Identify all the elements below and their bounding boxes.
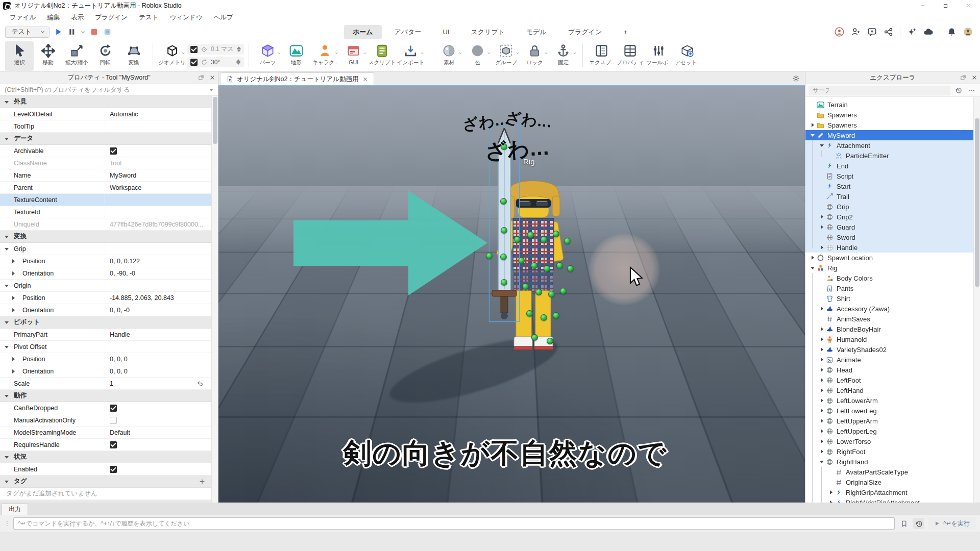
tree-item-Pants[interactable]: Pants (805, 283, 980, 293)
tree-item-Accessory-Zawa-[interactable]: Accessory (Zawa) (805, 304, 980, 314)
tool-material-button[interactable]: 素材 (435, 41, 463, 71)
tree-item-Grip2[interactable]: Grip2 (805, 212, 980, 222)
tree-item-Animate[interactable]: Animate (805, 355, 980, 365)
property-row[interactable]: RequiresHandle (0, 439, 218, 451)
pause-menu-caret-icon[interactable] (81, 30, 85, 34)
checkbox[interactable] (110, 405, 117, 412)
menu-item[interactable]: プラグイン (89, 12, 133, 23)
close-icon[interactable] (207, 73, 218, 82)
tree-item-Spawners[interactable]: Spawners (805, 110, 980, 120)
property-row[interactable]: LevelOfDetailAutomatic (0, 108, 218, 120)
tree-item-LeftUpperArm[interactable]: LeftUpperArm (805, 416, 980, 426)
stop-button[interactable] (90, 28, 99, 36)
close-button[interactable] (957, 0, 980, 11)
property-value[interactable] (105, 120, 218, 132)
expand-arrow-icon[interactable] (819, 419, 825, 423)
tree-item-LeftUpperLeg[interactable]: LeftUpperLeg (805, 426, 980, 436)
tree-item-RightFoot[interactable]: RightFoot (805, 446, 980, 457)
collapse-arrow-icon[interactable] (819, 461, 825, 463)
property-row[interactable]: Scale1 (0, 378, 218, 390)
reset-icon[interactable] (196, 380, 204, 387)
tree-item-Head[interactable]: Head (805, 365, 980, 375)
collapse-arrow-icon[interactable] (810, 267, 816, 269)
add-tag-icon[interactable] (199, 478, 206, 485)
3d-viewport[interactable]: ざわ...ざわ...ざわ... Rig 剣の向きが不自然なので (218, 85, 805, 503)
ribbon-tab[interactable]: UI (434, 26, 458, 38)
ribbon-tab[interactable]: ホーム (344, 25, 382, 39)
tree-item-MySword[interactable]: MySword (805, 130, 980, 140)
rotate-snap-row[interactable]: 30° (187, 57, 244, 67)
tool-gui-button[interactable]: GUI (339, 41, 368, 71)
expand-arrow-icon[interactable] (819, 358, 825, 362)
properties-scrollbar[interactable] (211, 96, 218, 503)
tree-item-Humanoid[interactable]: Humanoid (805, 334, 980, 344)
tool-lock-button[interactable]: ロック (521, 41, 549, 71)
tree-item-AnimSaves[interactable]: AnimSaves (805, 314, 980, 324)
tree-item-SpawnLocation[interactable]: SpawnLocation (805, 253, 980, 263)
property-row[interactable]: ManualActivationOnly (0, 414, 218, 427)
menu-item[interactable]: 編集 (41, 12, 65, 23)
expand-arrow-icon[interactable] (819, 337, 825, 341)
expand-arrow-icon[interactable] (810, 123, 816, 127)
sparkle-icon[interactable] (907, 27, 917, 37)
property-value[interactable] (105, 206, 218, 218)
property-row[interactable]: Position-14.885, 2.063, 20.843 (0, 292, 218, 304)
tool-propsicon-button[interactable]: プロパティ (616, 41, 645, 71)
scrollbar-thumb[interactable] (975, 118, 979, 287)
property-row[interactable]: TextureContent (0, 194, 218, 206)
expand-arrow-icon[interactable] (819, 347, 825, 352)
property-row[interactable]: Enabled (0, 463, 218, 475)
ribbon-tab[interactable]: + (615, 26, 636, 38)
tree-item-VarietyShades02[interactable]: VarietyShades02 (805, 344, 980, 355)
move-snap-row[interactable]: 0.1 マス (187, 44, 244, 55)
record-icon[interactable] (835, 27, 844, 37)
tree-item-OriginalSize[interactable]: OriginalSize (805, 477, 980, 487)
checkbox[interactable] (190, 46, 198, 53)
property-value[interactable] (105, 194, 218, 206)
properties-filter-input[interactable]: (Ctrl+Shift+P) のプロパティをフィルタする (0, 84, 218, 96)
cloud-icon[interactable] (923, 27, 933, 37)
expand-arrow-icon[interactable] (819, 307, 825, 311)
close-icon[interactable] (969, 73, 980, 82)
tool-rotate-button[interactable]: 回転 (91, 41, 119, 71)
property-row[interactable]: Grip (0, 243, 218, 255)
checkbox[interactable] (110, 466, 117, 473)
property-row[interactable]: CanBeDropped (0, 402, 218, 414)
tool-cursor-button[interactable]: 選択 (5, 41, 34, 71)
ribbon-tab[interactable]: スクリプト (462, 25, 513, 39)
tool-terrain-button[interactable]: 地形 (282, 41, 311, 71)
explorer-scrollbar[interactable] (973, 97, 980, 503)
property-row[interactable]: ModelStreamingModeDefault (0, 427, 218, 439)
expand-arrow-icon[interactable] (819, 368, 825, 372)
tool-xplorer-button[interactable]: エクスプ.. (587, 41, 616, 71)
tree-item-Terrain[interactable]: Terrain (805, 99, 980, 110)
drag-handle-icon[interactable]: ⋮ (4, 520, 10, 527)
tab-close-icon[interactable] (362, 77, 368, 82)
property-row[interactable]: Origin (0, 280, 218, 292)
property-value[interactable]: 477ffb426e7d8fb7099c9f80000... (105, 218, 218, 230)
expand-arrow-icon[interactable] (819, 409, 825, 413)
property-value[interactable]: 0, 0, -0 (105, 304, 218, 316)
tool-transform-button[interactable]: 変換 (119, 41, 148, 71)
checkbox[interactable] (110, 417, 117, 424)
property-value[interactable]: -14.885, 2.063, 20.843 (105, 292, 218, 304)
property-row[interactable]: ToolTip (0, 120, 218, 133)
expand-arrow-icon[interactable] (819, 215, 825, 219)
expand-arrow-icon[interactable] (819, 398, 825, 403)
property-value[interactable]: Handle (105, 329, 218, 340)
property-section[interactable]: ピボット (0, 316, 218, 329)
tree-item-Guard[interactable]: Guard (805, 222, 980, 232)
tree-item-LowerTorso[interactable]: LowerTorso (805, 436, 980, 446)
tree-item-Start[interactable]: Start (805, 181, 980, 191)
expand-arrow-icon[interactable] (819, 449, 825, 454)
property-row[interactable]: ClassNameTool (0, 157, 218, 169)
tool-color-button[interactable]: 色 (463, 41, 492, 71)
more-options-icon[interactable] (967, 85, 977, 95)
stepper[interactable] (236, 59, 240, 65)
tree-item-Shirt[interactable]: Shirt (805, 293, 980, 304)
tree-item-LeftLowerLeg[interactable]: LeftLowerLeg (805, 406, 980, 416)
tool-anchor-button[interactable]: 固定 (549, 41, 578, 71)
document-tab[interactable]: オリジナル剣No2：チュートリアル動画用 (220, 72, 374, 85)
tool-import-button[interactable]: インポート (397, 41, 425, 71)
checkbox[interactable] (110, 441, 117, 448)
